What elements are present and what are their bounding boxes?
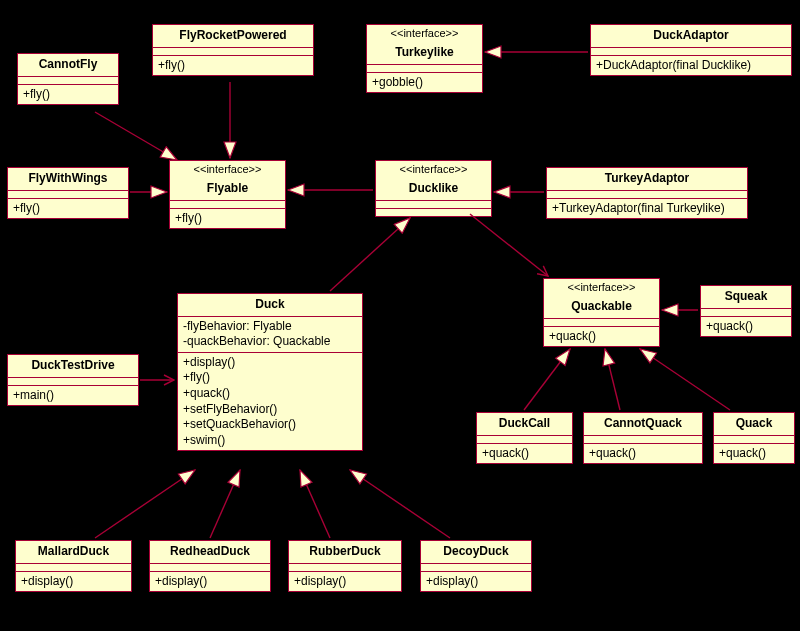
fields: -flyBehavior: Flyable -quackBehavior: Qu… bbox=[178, 316, 362, 352]
spacer bbox=[544, 318, 659, 326]
class-redheadduck: RedheadDuck +display() bbox=[149, 540, 271, 592]
class-name: DuckTestDrive bbox=[8, 355, 138, 377]
class-flyable: <<interface>> Flyable +fly() bbox=[169, 160, 286, 229]
class-duckcall: DuckCall +quack() bbox=[476, 412, 573, 464]
spacer bbox=[591, 47, 791, 55]
class-duck: Duck -flyBehavior: Flyable -quackBehavio… bbox=[177, 293, 363, 451]
svg-line-9 bbox=[524, 349, 570, 410]
spacer bbox=[150, 563, 270, 571]
svg-line-15 bbox=[300, 470, 330, 538]
svg-line-0 bbox=[95, 112, 177, 160]
class-flyrocketpowered: FlyRocketPowered +fly() bbox=[152, 24, 314, 76]
svg-line-16 bbox=[350, 470, 450, 538]
members: +quack() bbox=[701, 316, 791, 337]
spacer bbox=[8, 377, 138, 385]
spacer bbox=[8, 190, 128, 198]
class-name: FlyRocketPowered bbox=[153, 25, 313, 47]
class-duckadaptor: DuckAdaptor +DuckAdaptor(final Ducklike) bbox=[590, 24, 792, 76]
class-cannotfly: CannotFly +fly() bbox=[17, 53, 119, 105]
spacer bbox=[367, 64, 482, 72]
members: +fly() bbox=[8, 198, 128, 219]
members: +quack() bbox=[584, 443, 702, 464]
class-cannotquack: CannotQuack +quack() bbox=[583, 412, 703, 464]
members: +quack() bbox=[714, 443, 794, 464]
spacer bbox=[376, 200, 491, 208]
svg-line-10 bbox=[605, 349, 620, 410]
class-squeak: Squeak +quack() bbox=[700, 285, 792, 337]
svg-line-6 bbox=[330, 218, 410, 291]
spacer bbox=[170, 200, 285, 208]
members: +quack() bbox=[477, 443, 572, 464]
class-name: CannotQuack bbox=[584, 413, 702, 435]
class-name: Flyable bbox=[170, 178, 285, 200]
spacer bbox=[153, 47, 313, 55]
class-name: DecoyDuck bbox=[421, 541, 531, 563]
class-quackable: <<interface>> Quackable +quack() bbox=[543, 278, 660, 347]
class-name: DuckAdaptor bbox=[591, 25, 791, 47]
class-turkeyadaptor: TurkeyAdaptor +TurkeyAdaptor(final Turke… bbox=[546, 167, 748, 219]
spacer bbox=[701, 308, 791, 316]
spacer bbox=[714, 435, 794, 443]
svg-line-11 bbox=[640, 349, 730, 410]
members: +display() bbox=[289, 571, 401, 592]
class-turkeylike: <<interface>> Turkeylike +gobble() bbox=[366, 24, 483, 93]
members: +DuckAdaptor(final Ducklike) bbox=[591, 55, 791, 76]
members: +quack() bbox=[544, 326, 659, 347]
members: +main() bbox=[8, 385, 138, 406]
class-name: Ducklike bbox=[376, 178, 491, 200]
class-name: MallardDuck bbox=[16, 541, 131, 563]
class-ducklike: <<interface>> Ducklike bbox=[375, 160, 492, 217]
class-name: Squeak bbox=[701, 286, 791, 308]
members: +display() bbox=[421, 571, 531, 592]
spacer2 bbox=[376, 208, 491, 216]
spacer bbox=[16, 563, 131, 571]
stereotype: <<interface>> bbox=[544, 279, 659, 296]
class-name: DuckCall bbox=[477, 413, 572, 435]
members: +fly() bbox=[170, 208, 285, 229]
svg-line-7 bbox=[470, 214, 548, 276]
svg-line-14 bbox=[210, 470, 240, 538]
class-mallardduck: MallardDuck +display() bbox=[15, 540, 132, 592]
class-name: TurkeyAdaptor bbox=[547, 168, 747, 190]
class-name: Quack bbox=[714, 413, 794, 435]
stereotype: <<interface>> bbox=[170, 161, 285, 178]
members: +TurkeyAdaptor(final Turkeylike) bbox=[547, 198, 747, 219]
class-rubberduck: RubberDuck +display() bbox=[288, 540, 402, 592]
members: +display() bbox=[150, 571, 270, 592]
stereotype: <<interface>> bbox=[376, 161, 491, 178]
class-name: RedheadDuck bbox=[150, 541, 270, 563]
class-quack: Quack +quack() bbox=[713, 412, 795, 464]
class-ducktestdrive: DuckTestDrive +main() bbox=[7, 354, 139, 406]
spacer bbox=[584, 435, 702, 443]
spacer bbox=[289, 563, 401, 571]
class-decoyduck: DecoyDuck +display() bbox=[420, 540, 532, 592]
spacer bbox=[18, 76, 118, 84]
stereotype: <<interface>> bbox=[367, 25, 482, 42]
class-name: Quackable bbox=[544, 296, 659, 318]
spacer bbox=[477, 435, 572, 443]
class-name: Turkeylike bbox=[367, 42, 482, 64]
members: +fly() bbox=[153, 55, 313, 76]
spacer bbox=[547, 190, 747, 198]
members: +gobble() bbox=[367, 72, 482, 93]
class-flywithwings: FlyWithWings +fly() bbox=[7, 167, 129, 219]
class-name: CannotFly bbox=[18, 54, 118, 76]
svg-line-13 bbox=[95, 470, 195, 538]
class-name: RubberDuck bbox=[289, 541, 401, 563]
members: +display() bbox=[16, 571, 131, 592]
members: +fly() bbox=[18, 84, 118, 105]
class-name: Duck bbox=[178, 294, 362, 316]
members: +display() +fly() +quack() +setFlyBehavi… bbox=[178, 352, 362, 451]
spacer bbox=[421, 563, 531, 571]
connectors bbox=[0, 0, 800, 631]
class-name: FlyWithWings bbox=[8, 168, 128, 190]
